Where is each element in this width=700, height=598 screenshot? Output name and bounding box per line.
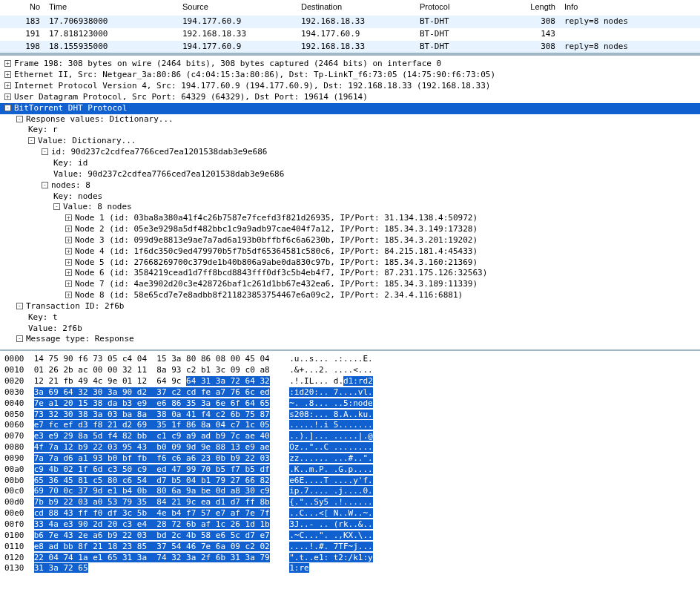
tree-node-8[interactable]: Node 8 (id: 58e65cd7e7e8adbb8f2118238537… <box>0 290 700 301</box>
hex-line[interactable]: 00c0 69 70 0c 37 9d e1 b4 0b 80 6a 9a be… <box>4 486 700 497</box>
expand-icon[interactable] <box>65 248 72 254</box>
tree-node-5[interactable]: Node 5 (id: 27668269700c379de1b40b806a9a… <box>0 257 700 269</box>
hex-line[interactable]: 0040 7e a1 20 15 38 da b3 e9 e6 86 35 3a… <box>4 398 700 410</box>
collapse-icon[interactable] <box>16 303 23 309</box>
expand-icon[interactable] <box>65 214 72 221</box>
collapse-icon[interactable] <box>4 105 11 111</box>
hex-line[interactable]: 0090 7a 7a d6 a1 93 b0 bf fb f6 c6 a6 23… <box>4 453 700 464</box>
tree-udp[interactable]: User Datagram Protocol, Src Port: 64329 … <box>0 92 700 103</box>
expand-icon[interactable] <box>65 237 72 243</box>
collapse-icon[interactable] <box>42 148 48 155</box>
tree-id[interactable]: id: 90d237c2cdfea7766ced7ea1201538dab3e9… <box>0 147 700 158</box>
hex-line[interactable]: 0080 4f 7a 12 b9 22 03 95 43 b0 09 9d 9e… <box>4 442 700 453</box>
tree-ip[interactable]: Internet Protocol Version 4, Src: 194.17… <box>0 81 700 92</box>
tree-id-key[interactable]: Key: id <box>0 158 700 169</box>
expand-icon[interactable] <box>65 280 72 287</box>
expand-icon[interactable] <box>4 60 11 67</box>
tree-value-dict[interactable]: Value: Dictionary... <box>0 136 700 147</box>
hex-line[interactable]: 0010 01 26 2b ac 00 00 32 11 8a 93 c2 b1… <box>4 365 700 376</box>
tree-node-4[interactable]: Node 4 (id: 1f6dc350c9ed479970b5f7b5df65… <box>0 246 700 257</box>
tree-nodes-val[interactable]: Value: 8 nodes <box>0 202 700 213</box>
tree-frame[interactable]: Frame 198: 308 bytes on wire (2464 bits)… <box>0 59 700 70</box>
col-time[interactable]: Time <box>44 0 178 16</box>
collapse-icon[interactable] <box>16 335 23 342</box>
expand-icon[interactable] <box>65 259 72 266</box>
hex-line[interactable]: 0100 b6 7e 43 2e a6 b9 22 03 bd 2c 4b 58… <box>4 530 700 542</box>
collapse-icon[interactable] <box>28 137 35 144</box>
packet-details-tree[interactable]: Frame 198: 308 bytes on wire (2464 bits)… <box>0 54 700 349</box>
tree-response[interactable]: Response values: Dictionary... <box>0 114 700 125</box>
packet-row[interactable]: 183 17.706938000 194.177.60.9 192.168.18… <box>0 16 700 28</box>
hex-line[interactable]: 00a0 c9 4b 02 1f 6d c3 50 c9 ed 47 99 70… <box>4 464 700 476</box>
hex-line[interactable]: 0000 14 75 90 f6 73 05 c4 04 15 3a 80 86… <box>4 354 700 365</box>
tree-node-2[interactable]: Node 2 (id: 05e3e9298a5df482bbc1c9a9adb9… <box>0 224 700 235</box>
hex-line[interactable]: 0030 3a 69 64 32 30 3a 90 d2 37 c2 cd fe… <box>4 387 700 398</box>
expand-icon[interactable] <box>4 93 11 100</box>
tree-txid-val[interactable]: Value: 2f6b <box>0 323 700 335</box>
tree-txid[interactable]: Transaction ID: 2f6b <box>0 301 700 312</box>
tree-node-1[interactable]: Node 1 (id: 03ba8a380a41f4c26b7587e7fcef… <box>0 213 700 224</box>
collapse-icon[interactable] <box>16 116 23 122</box>
tree-nodes-key[interactable]: Key: nodes <box>0 191 700 203</box>
hex-line[interactable]: 0060 e7 fc ef d3 f8 21 d2 69 35 1f 86 8a… <box>4 420 700 431</box>
expand-icon[interactable] <box>65 292 72 298</box>
hex-line[interactable]: 00d0 7b b9 22 03 a0 53 79 35 84 21 9c ea… <box>4 497 700 508</box>
hex-line[interactable]: 00b0 65 36 45 81 c5 80 c6 54 d7 b5 04 b1… <box>4 476 700 487</box>
packet-list[interactable]: No Time Source Destination Protocol Leng… <box>0 0 700 54</box>
tree-msgtype[interactable]: Message type: Response <box>0 334 700 345</box>
tree-node-6[interactable]: Node 6 (id: 3584219cead1d7ff8bcd8843fff0… <box>0 268 700 279</box>
col-prot[interactable]: Protocol <box>415 0 519 16</box>
tree-node-3[interactable]: Node 3 (id: 099d9e8813e9ae7a7ad6a193b0bf… <box>0 235 700 246</box>
expand-icon[interactable] <box>4 82 11 89</box>
hex-line[interactable]: 0130 31 3a 72 65 1:re <box>4 563 700 574</box>
expand-icon[interactable] <box>65 269 72 276</box>
packet-row[interactable]: 191 17.818123000 192.168.18.33 194.177.6… <box>0 28 700 41</box>
tree-txid-key[interactable]: Key: t <box>0 312 700 323</box>
col-info[interactable]: Info <box>560 0 700 16</box>
hex-pane[interactable]: 0000 14 75 90 f6 73 05 c4 04 15 3a 80 86… <box>0 349 700 577</box>
tree-node-7[interactable]: Node 7 (id: 4ae3902d20c3e428726baf1c261d… <box>0 279 700 290</box>
hex-line[interactable]: 00f0 33 4a e3 90 2d 20 c3 e4 28 72 6b af… <box>4 519 700 530</box>
hex-line[interactable]: 0110 e8 ad bb 8f 21 18 23 85 37 54 46 7e… <box>4 542 700 553</box>
hex-line[interactable]: 0120 22 04 74 1a e1 65 31 3a 74 32 3a 2f… <box>4 553 700 564</box>
hex-line[interactable]: 00e0 cd 88 43 ff f0 df 3c 5b 4e b4 f7 57… <box>4 508 700 519</box>
packet-list-header[interactable]: No Time Source Destination Protocol Leng… <box>0 0 700 16</box>
hex-line[interactable]: 0050 73 32 30 38 3a 03 ba 8a 38 0a 41 f4… <box>4 410 700 421</box>
col-dst[interactable]: Destination <box>297 0 415 16</box>
col-len[interactable]: Length <box>519 0 560 16</box>
col-src[interactable]: Source <box>178 0 297 16</box>
hex-line[interactable]: 0020 12 21 fb 49 4c 9e 01 12 64 9c 64 31… <box>4 376 700 387</box>
tree-key-r[interactable]: Key: r <box>0 125 700 136</box>
packet-row-selected[interactable]: 198 18.155935000 194.177.60.9 192.168.18… <box>0 41 700 53</box>
tree-btdht-selected[interactable]: BitTorrent DHT Protocol <box>0 103 700 114</box>
tree-ethernet[interactable]: Ethernet II, Src: Netgear_3a:80:86 (c4:0… <box>0 70 700 81</box>
expand-icon[interactable] <box>65 226 72 232</box>
expand-icon[interactable] <box>4 71 11 78</box>
tree-id-val[interactable]: Value: 90d237c2cdfea7766ced7ea1201538dab… <box>0 169 700 180</box>
collapse-icon[interactable] <box>42 182 48 188</box>
tree-nodes[interactable]: nodes: 8 <box>0 180 700 191</box>
col-no[interactable]: No <box>0 0 44 16</box>
hex-line[interactable]: 0070 e3 e9 29 8a 5d f4 82 bb c1 c9 a9 ad… <box>4 431 700 442</box>
collapse-icon[interactable] <box>53 203 60 210</box>
